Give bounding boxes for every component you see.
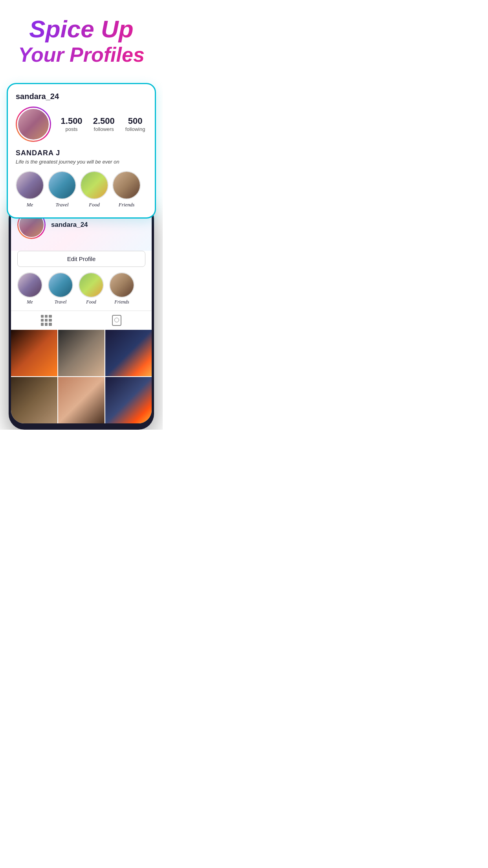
stat-following: 500 following — [125, 116, 145, 132]
phone-hl-me-img — [18, 273, 42, 297]
highlight-travel-circle — [48, 171, 76, 199]
avatar-img — [18, 109, 49, 140]
highlight-me-circle — [16, 171, 44, 199]
card-top-row: 1.500 posts 2.500 followers 500 followin… — [16, 107, 147, 142]
highlight-friends-img — [113, 172, 140, 199]
hero-title-line2: Your Profiles — [8, 42, 155, 67]
tab-portrait[interactable] — [81, 315, 152, 326]
card-highlights: Me Travel Food Friends — [16, 171, 147, 208]
phone-username: sandara_24 — [51, 221, 88, 229]
phone-hl-travel-circle — [48, 272, 73, 298]
highlight-food-img — [81, 172, 108, 199]
highlight-food[interactable]: Food — [80, 171, 108, 208]
stat-followers-number: 2.500 — [93, 116, 115, 126]
stat-posts: 1.500 posts — [61, 116, 83, 132]
grid-icon — [41, 315, 52, 326]
phone-hl-friends-img — [110, 273, 134, 297]
phone-hl-travel-img — [49, 273, 72, 297]
phone-hl-food-img — [79, 273, 103, 297]
hero-title-line1: Spice Up — [8, 16, 155, 42]
profile-card-container: sandara_24 1.500 posts 2.500 followers 5… — [7, 83, 156, 219]
phone-highlight-food[interactable]: Food — [79, 272, 104, 305]
photo-cell-1[interactable] — [11, 330, 57, 376]
card-avatar-wrap — [16, 107, 51, 142]
card-avatar-inner — [17, 108, 50, 141]
highlight-friends[interactable]: Friends — [112, 171, 141, 208]
highlight-travel-img — [49, 172, 75, 199]
hero-section: Spice Up Your Profiles — [0, 0, 163, 75]
phone-hl-food-circle — [79, 272, 104, 298]
phone-hl-friends-label: Friends — [114, 299, 129, 305]
phone-hl-travel-label: Travel — [55, 299, 67, 305]
phone-tab-bar — [11, 311, 152, 330]
photo-cell-2[interactable] — [58, 330, 105, 376]
photo-cell-6[interactable] — [105, 377, 152, 423]
edit-profile-button[interactable]: Edit Profile — [17, 251, 145, 267]
portrait-icon — [112, 315, 121, 326]
stat-followers: 2.500 followers — [93, 116, 115, 132]
phone-hl-food-label: Food — [86, 299, 96, 305]
highlight-food-label: Food — [89, 202, 99, 208]
stat-following-label: following — [125, 126, 145, 132]
highlight-me-img — [17, 172, 43, 199]
card-display-name: SANDARA J — [16, 149, 147, 157]
phone-highlight-friends[interactable]: Friends — [109, 272, 134, 305]
stat-posts-number: 1.500 — [61, 116, 83, 126]
tab-grid[interactable] — [11, 315, 81, 326]
phone-hl-friends-circle — [109, 272, 134, 298]
phone-hl-me-label: Me — [27, 299, 33, 305]
highlight-friends-label: Friends — [119, 202, 134, 208]
highlight-travel-label: Travel — [55, 202, 68, 208]
highlight-friends-circle — [112, 171, 141, 199]
stat-following-number: 500 — [125, 116, 145, 126]
phone-hl-me-circle — [17, 272, 42, 298]
phone-screen: sandara_24 Edit Profile Me Travel — [11, 203, 152, 423]
phone-highlight-travel[interactable]: Travel — [48, 272, 73, 305]
phone-section: sandara_24 Edit Profile Me Travel — [0, 203, 163, 430]
highlight-me-label: Me — [27, 202, 33, 208]
card-stats: 1.500 posts 2.500 followers 500 followin… — [59, 116, 147, 132]
phone-highlights: Me Travel Food — [11, 272, 152, 311]
photo-cell-5[interactable] — [58, 377, 105, 423]
stat-posts-label: posts — [61, 126, 83, 132]
highlight-food-circle — [80, 171, 108, 199]
highlight-travel[interactable]: Travel — [48, 171, 76, 208]
highlight-me[interactable]: Me — [16, 171, 44, 208]
phone-highlight-me[interactable]: Me — [17, 272, 42, 305]
phone-frame: sandara_24 Edit Profile Me Travel — [9, 203, 154, 430]
photo-cell-4[interactable] — [11, 377, 57, 423]
profile-card: sandara_24 1.500 posts 2.500 followers 5… — [7, 83, 156, 219]
photo-grid — [11, 330, 152, 423]
card-username: sandara_24 — [16, 92, 147, 101]
stat-followers-label: followers — [93, 126, 115, 132]
photo-cell-3[interactable] — [105, 330, 152, 376]
card-bio: Life is the greatest journey you will be… — [16, 159, 147, 165]
